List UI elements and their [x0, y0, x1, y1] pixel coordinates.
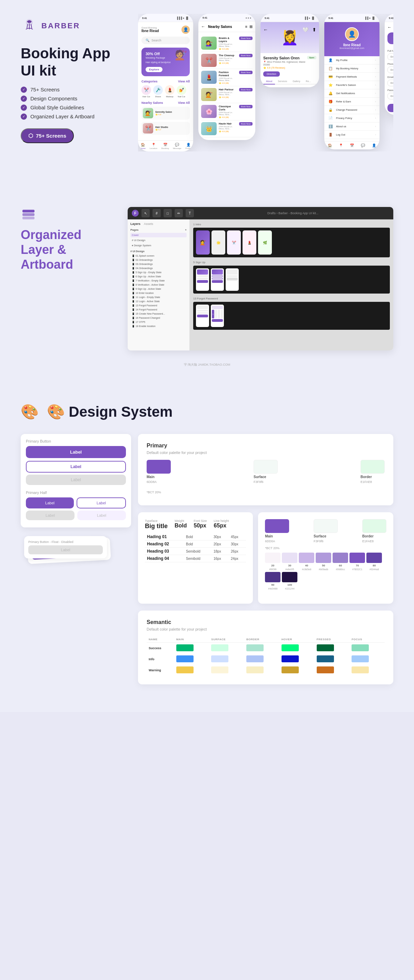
- nav2-location[interactable]: 📍: [339, 143, 343, 147]
- menu-notifications[interactable]: 🔔 Get Notifications ›: [324, 89, 379, 98]
- figma-body: Layers Assets Pages + Cover # UI Design …: [127, 220, 393, 350]
- sort-icon[interactable]: ≡: [245, 24, 247, 29]
- menu-payment[interactable]: 💳 Payment Methods ›: [324, 73, 379, 81]
- layer-item-7[interactable]: 📱 7 Verification - Empty State: [131, 279, 187, 283]
- menu-privacy[interactable]: 📄 Privacy Policy ›: [324, 114, 379, 123]
- email-input[interactable]: [387, 80, 393, 86]
- cat-makeup[interactable]: 💄 Makeup: [165, 85, 175, 98]
- layer-item-14[interactable]: 📱 14 Forgot Password: [131, 308, 187, 312]
- menu-refer[interactable]: 🎁 Refer & Earn ›: [324, 98, 379, 106]
- nav-home[interactable]: 🏠 Home: [140, 143, 146, 150]
- layer-item-5[interactable]: 📱 5 Sign Up - Empty State: [131, 270, 187, 275]
- menu-my-profile[interactable]: 👤 My Profile ›: [324, 56, 379, 65]
- typo-row-h3: Heading 03 Semibold 18px 26px: [145, 548, 246, 555]
- nav-message[interactable]: 💬 Message: [173, 143, 181, 150]
- layers-tab[interactable]: Layers: [131, 222, 140, 226]
- menu-favorites[interactable]: ⭐ Favorite's Saloon ›: [324, 81, 379, 89]
- salon-item-3[interactable]: 💄 Fashion Forward 1464 Royal Ln. Mesa, N…: [201, 69, 253, 86]
- explore-btn[interactable]: Explore: [146, 67, 162, 72]
- full-name-input[interactable]: [387, 54, 393, 60]
- page-cover[interactable]: Cover: [131, 233, 187, 237]
- search-bar[interactable]: 🔍 Search: [142, 37, 190, 44]
- phone-home: 9:41 ▐▐▐ ● ▐▌ Good Morning Ibne Riead 👤 …: [138, 14, 193, 151]
- nav2-booking[interactable]: 📅: [350, 143, 354, 147]
- nav2-message[interactable]: 💬: [361, 143, 365, 147]
- layer-item-13[interactable]: 📱 13 Forgot Password: [131, 304, 187, 308]
- tab-about[interactable]: About: [263, 79, 275, 84]
- salon-item-6[interactable]: 👑 Haute Hair 1464 Royal Ln. Mesa, New...…: [201, 120, 253, 137]
- cat-nailcut[interactable]: 💅 Nail Cut: [177, 85, 186, 98]
- add-page-btn[interactable]: +: [185, 228, 187, 231]
- layer-item-12[interactable]: 📱 12 Login - Active State: [131, 299, 187, 304]
- figma-toolbar: F ↖ # □ ✏ T Drafts › Barber - Booking Ap…: [127, 207, 393, 220]
- semantic-row-warning: Warning: [146, 665, 385, 676]
- direction-btn[interactable]: Direction: [263, 72, 280, 76]
- tab-services[interactable]: Services: [275, 79, 290, 84]
- phone-input[interactable]: [387, 67, 393, 73]
- layer-item-8[interactable]: 📱 8 Verification - Active State: [131, 283, 187, 287]
- figma-tool-move[interactable]: ↖: [142, 209, 150, 217]
- menu-logout[interactable]: 🚪 Log Out ›: [324, 131, 379, 139]
- nav-location[interactable]: 📍 Location: [150, 143, 157, 150]
- cat-haircut[interactable]: ✂️ Hair Cut: [142, 85, 151, 98]
- figma-tool-pen[interactable]: ✏: [175, 209, 183, 217]
- page-ui-design[interactable]: # UI Design: [131, 238, 187, 242]
- page-design-system[interactable]: ♦ Design System: [131, 243, 187, 248]
- salon-item-2[interactable]: ✂️ The Cleanup 1464 Royal Ln. Mesa, New.…: [201, 52, 253, 69]
- signup-back[interactable]: ←: [387, 25, 392, 30]
- salon-item-1[interactable]: 💇‍♀️ Braids & Layers 1464 Royal Ln. Mesa…: [201, 35, 253, 52]
- nav-booking[interactable]: 📅 Booking: [161, 143, 169, 150]
- share-icon[interactable]: ⬆: [312, 27, 316, 32]
- primary-btn-outline[interactable]: Label: [26, 461, 126, 473]
- book-btn-3[interactable]: Book Now: [239, 71, 253, 74]
- tab-reviews[interactable]: Re...: [303, 79, 314, 84]
- layer-item-11[interactable]: 📱 11 Login - Empty State: [131, 295, 187, 299]
- back-btn[interactable]: ←: [263, 27, 268, 32]
- menu-about[interactable]: ℹ️ About us ›: [324, 123, 379, 131]
- menu-password[interactable]: 🔒 Change Password ›: [324, 106, 379, 114]
- filter-icon[interactable]: ⊞: [250, 24, 253, 29]
- book-btn-4[interactable]: Book Now: [239, 88, 253, 91]
- back-arrow[interactable]: ←: [201, 24, 205, 29]
- screens-badge[interactable]: ⬡ 75+ Screens: [21, 128, 74, 143]
- layer-item-4[interactable]: 📱 04.Onboardings: [131, 266, 187, 270]
- primary-btn-demo[interactable]: Label: [26, 446, 126, 458]
- nav-profile[interactable]: 👤 Profile: [185, 143, 191, 150]
- cat-shave[interactable]: 🪒 Shave: [153, 85, 163, 98]
- layer-item-17[interactable]: 📱 17 OTP5: [131, 320, 187, 324]
- book-btn-2[interactable]: Book Now: [239, 54, 253, 57]
- half-btn-filled[interactable]: Label: [26, 497, 74, 509]
- layer-item-10[interactable]: 📱 10 Enter location: [131, 291, 187, 295]
- layer-item-3[interactable]: 📱 03.Onboardings: [131, 262, 187, 266]
- menu-booking-history[interactable]: 📋 My Booking History ›: [324, 65, 379, 73]
- nav2-home[interactable]: 🏠: [328, 143, 332, 147]
- tab-gallery[interactable]: Gallery: [290, 79, 303, 84]
- nearby-title: Nearby Salons View All: [142, 101, 190, 105]
- salon-item-4[interactable]: 💇 Hair Parlour 1464 Royal Ln. Mesa, New.…: [201, 86, 253, 103]
- layer-item-2[interactable]: 📱 02.Onboardings: [131, 258, 187, 262]
- book-btn-6[interactable]: Book Now: [239, 122, 253, 126]
- figma-tool-shape[interactable]: □: [164, 209, 172, 217]
- figma-logo: F: [132, 210, 139, 216]
- layer-item-18[interactable]: 📱 18 Enable location: [131, 324, 187, 328]
- figma-tool-text[interactable]: T: [186, 209, 194, 217]
- assets-tab[interactable]: Assets: [144, 222, 153, 226]
- layer-item-16[interactable]: 📱 16 Password Changed: [131, 316, 187, 320]
- figma-tool-frame[interactable]: #: [153, 209, 161, 217]
- password-input[interactable]: [387, 93, 393, 99]
- layer-item-1[interactable]: 📱 01.Splash screen: [131, 254, 187, 258]
- heart-icon[interactable]: 🤍: [303, 27, 309, 32]
- layer-item-6[interactable]: 📱 6 Sign Up - Active State: [131, 275, 187, 279]
- half-btn-outline[interactable]: Label: [76, 497, 126, 509]
- signup-submit-btn[interactable]: Create Account: [387, 104, 393, 112]
- nav2-profile[interactable]: 👤: [372, 143, 376, 147]
- color-scale-panel: Main 6DD0A Surface F3F9f6 Border: [258, 512, 393, 604]
- spacer-1: [0, 369, 414, 383]
- nearby-item-1[interactable]: 💇 Serenity Salon ⭐ 4.9: [142, 107, 190, 120]
- layer-item-15[interactable]: 📱 15 Create New Password...: [131, 312, 187, 316]
- book-btn-5[interactable]: Book Now: [239, 105, 253, 108]
- layer-item-9[interactable]: 📱 9 Sign Up - Active State: [131, 287, 187, 291]
- nearby-item-2[interactable]: ✂️ Hair Studio ⭐ 4.7: [142, 122, 190, 135]
- salon-item-5[interactable]: 🌸 Classique Curls 1464 Royal Ln. Mesa, N…: [201, 103, 253, 120]
- book-btn-1[interactable]: Book Now: [239, 37, 253, 40]
